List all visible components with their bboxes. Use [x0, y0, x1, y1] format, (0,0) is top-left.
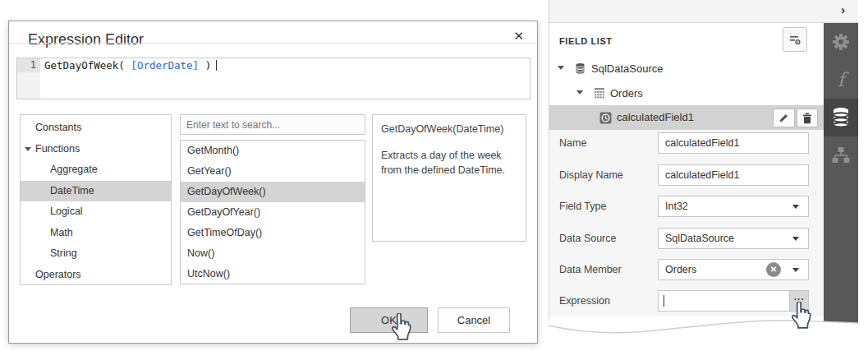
display-name-field[interactable] [658, 164, 809, 186]
calculated-field-icon [599, 112, 612, 124]
tree-item-math[interactable]: Math [21, 223, 171, 244]
function-item[interactable]: GetDayOfYear() [181, 202, 365, 223]
property-row-expression: Expression ··· [549, 290, 824, 312]
code-line[interactable]: GetDayOfWeek( [OrderDate] ) [40, 58, 217, 99]
hierarchy-icon [831, 146, 851, 164]
database-icon [831, 107, 851, 128]
tree-row-label: SqlDataSource [591, 62, 663, 75]
tree-row-label: calculatedField1 [617, 111, 694, 123]
function-item[interactable]: Now() [181, 243, 365, 264]
function-icon: f [838, 69, 845, 90]
tree-item-constants[interactable]: Constants [21, 118, 171, 139]
tree-row-orders[interactable]: Orders [549, 84, 824, 104]
property-label: Expression [559, 295, 610, 307]
function-list: GetMonth() GetYear() GetDayOfWeek() GetD… [180, 140, 365, 284]
cancel-button[interactable]: Cancel [438, 307, 510, 333]
property-label: Display Name [559, 169, 623, 181]
function-item[interactable]: UtcNow() [181, 264, 365, 284]
expression-field[interactable] [658, 290, 809, 312]
expression-code-editor[interactable]: 1 GetDayOfWeek( [OrderDate] ) [16, 58, 530, 99]
property-label: Field Type [559, 201, 606, 212]
tree-row-calculatedfield-selected[interactable]: calculatedField1 [549, 105, 824, 130]
category-tree: Constants Functions Aggregate DateTime L… [20, 114, 172, 285]
data-member-dropdown[interactable]: Orders [658, 259, 809, 280]
code-prefix: GetDayOfWeek( [44, 59, 131, 72]
designer-toolbar: f [824, 23, 858, 326]
function-signature: GetDayOfWeek(DateTime) [381, 123, 517, 135]
function-item[interactable]: GetYear() [181, 161, 365, 182]
property-label: Name [559, 137, 586, 149]
tree-item-aggregate[interactable]: Aggregate [21, 159, 171, 181]
search-input[interactable] [180, 114, 365, 135]
expander-icon[interactable] [576, 90, 583, 95]
tree-row-label: Orders [610, 87, 643, 99]
database-icon [575, 62, 586, 75]
function-item-selected[interactable]: GetDayOfWeek() [181, 182, 365, 202]
name-field[interactable] [658, 132, 809, 154]
property-row-data-member: Data Member Orders ✕ [549, 259, 824, 280]
property-row-data-source: Data Source SqlDataSource [549, 228, 824, 249]
trash-icon [802, 113, 812, 124]
line-number-gutter: 1 [17, 58, 40, 99]
expander-icon[interactable] [25, 147, 31, 151]
property-row-field-type: Field Type Int32 [549, 196, 824, 217]
panel-top-strip: › [549, 0, 858, 23]
expression-ellipsis-button[interactable]: ··· [789, 291, 808, 311]
code-field-token: [OrderDate] [131, 59, 199, 72]
code-suffix: ) [199, 59, 211, 72]
close-icon[interactable]: ✕ [513, 28, 524, 44]
line-number: 1 [17, 58, 40, 72]
field-type-dropdown[interactable]: Int32 [658, 196, 809, 217]
property-label: Data Source [559, 233, 616, 244]
field-list-options-button[interactable] [783, 27, 807, 52]
edit-field-button[interactable] [773, 109, 795, 127]
field-list-title: FIELD LIST [559, 36, 613, 46]
table-icon [594, 87, 605, 99]
collapse-panel-icon[interactable]: › [841, 3, 845, 16]
dialog-title: Expression Editor [28, 31, 144, 48]
function-description-panel: GetDayOfWeek(DateTime) Extracts a day of… [372, 114, 526, 242]
screen: Expression Editor ✕ 1 GetDayOfWeek( [Ord… [0, 0, 868, 351]
field-list-panel: FIELD LIST SqlDataSource [549, 23, 824, 321]
pencil-icon [778, 113, 789, 123]
title-separator [9, 43, 537, 44]
delete-field-button[interactable] [797, 109, 818, 127]
text-caret [216, 60, 217, 71]
chevron-down-icon[interactable] [792, 237, 799, 241]
ok-button[interactable]: OK [350, 307, 428, 333]
expander-icon[interactable] [558, 66, 564, 70]
field-properties-section: Name Display Name Field Type Int32 Data … [549, 130, 824, 316]
toolbar-field-list-button[interactable] [824, 99, 858, 136]
toolbar-properties-button[interactable] [824, 23, 858, 61]
gear-icon [831, 32, 851, 52]
tree-item-logical[interactable]: Logical [21, 201, 171, 223]
tree-item-functions[interactable]: Functions [21, 139, 171, 160]
list-options-icon [788, 33, 801, 46]
function-item[interactable]: GetMonth() [181, 141, 365, 161]
tree-item-operators[interactable]: Operators [21, 265, 171, 286]
function-description: Extracts a day of the week from the defi… [381, 148, 517, 178]
property-label: Data Member [559, 264, 622, 275]
tree-item-string[interactable]: String [21, 243, 171, 265]
expression-editor-dialog: Expression Editor ✕ 1 GetDayOfWeek( [Ord… [8, 21, 538, 344]
property-row-name: Name [549, 132, 824, 154]
text-caret [664, 295, 664, 307]
function-item[interactable]: GetTimeOfDay() [181, 223, 365, 243]
toolbar-expressions-button[interactable]: f [824, 61, 858, 99]
property-row-display-name: Display Name [549, 164, 824, 186]
chevron-down-icon[interactable] [792, 268, 799, 272]
toolbar-report-explorer-button[interactable] [824, 136, 858, 174]
chevron-down-icon[interactable] [792, 205, 799, 209]
clear-icon[interactable]: ✕ [766, 262, 781, 277]
tree-row-sqldatasource[interactable]: SqlDataSource [549, 59, 824, 79]
tree-item-datetime[interactable]: DateTime [21, 181, 171, 202]
data-source-dropdown[interactable]: SqlDataSource [658, 228, 809, 249]
